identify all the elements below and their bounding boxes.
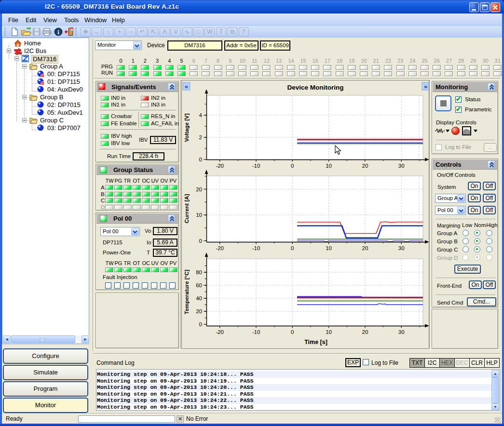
- svg-text:0: 0: [291, 245, 294, 251]
- svg-text:10: 10: [326, 163, 332, 169]
- svg-text:-20: -20: [216, 245, 224, 251]
- svg-text:0: 0: [291, 163, 294, 169]
- svg-text:60: 60: [196, 282, 202, 288]
- svg-text:Device Monitoring: Device Monitoring: [287, 84, 343, 91]
- svg-text:-10: -10: [252, 163, 260, 169]
- svg-text:Current [A]: Current [A]: [184, 194, 190, 223]
- svg-text:20: 20: [362, 245, 368, 251]
- svg-text:10: 10: [326, 245, 332, 251]
- svg-text:0: 0: [291, 329, 294, 335]
- svg-text:20: 20: [362, 163, 368, 169]
- svg-text:30: 30: [398, 245, 405, 251]
- svg-text:20: 20: [362, 329, 368, 335]
- svg-text:2: 2: [199, 134, 202, 140]
- svg-text:»: »: [424, 83, 427, 90]
- svg-text:-10: -10: [252, 245, 260, 251]
- svg-text:Time [s]: Time [s]: [304, 339, 327, 346]
- svg-text:40: 40: [196, 295, 202, 301]
- svg-text:80: 80: [196, 269, 202, 275]
- svg-text:0: 0: [199, 157, 202, 162]
- svg-text:-20: -20: [216, 163, 224, 169]
- svg-text:4: 4: [199, 112, 203, 118]
- svg-text:30: 30: [398, 163, 405, 169]
- svg-text:Temperature [°C]: Temperature [°C]: [184, 270, 190, 315]
- svg-text:10: 10: [326, 329, 332, 335]
- svg-text:10: 10: [196, 212, 202, 218]
- svg-text:Voltage [V]: Voltage [V]: [184, 113, 190, 142]
- svg-text:0: 0: [199, 321, 202, 327]
- svg-text:0: 0: [199, 238, 202, 244]
- svg-text:20: 20: [196, 186, 202, 192]
- svg-text:20: 20: [196, 308, 202, 314]
- svg-text:-20: -20: [216, 329, 224, 335]
- svg-text:30: 30: [398, 329, 405, 335]
- svg-text:i: i: [57, 28, 59, 36]
- svg-text:-10: -10: [252, 329, 260, 335]
- svg-text:«: «: [185, 83, 188, 90]
